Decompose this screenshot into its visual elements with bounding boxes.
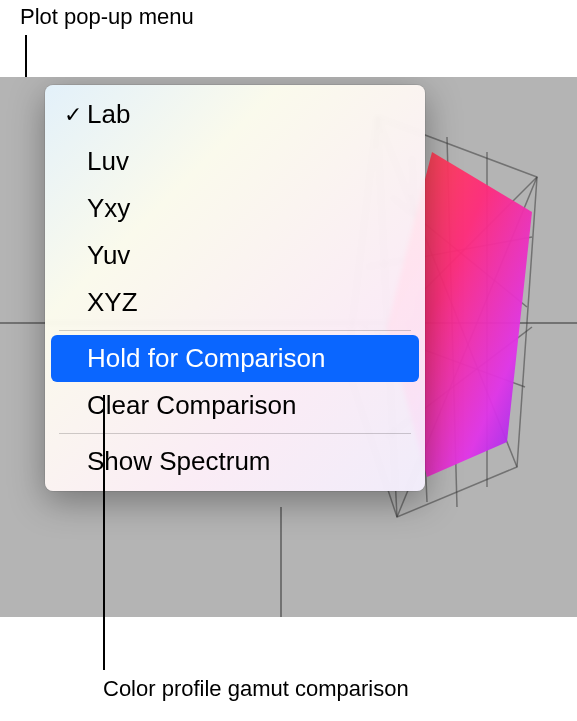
plot-popup-menu: ✓ Lab Luv Yxy Yuv XYZ Hold for Compariso… <box>45 85 425 491</box>
menu-item-yxy[interactable]: Yxy <box>45 185 425 232</box>
menu-separator <box>59 433 411 434</box>
menu-item-label: Clear Comparison <box>87 390 407 421</box>
menu-item-label: Show Spectrum <box>87 446 407 477</box>
menu-item-xyz[interactable]: XYZ <box>45 279 425 326</box>
annotation-callout-line <box>103 395 105 670</box>
checkmark-icon: ✓ <box>59 102 87 128</box>
annotation-gamut-comparison: Color profile gamut comparison <box>103 676 409 702</box>
menu-item-yuv[interactable]: Yuv <box>45 232 425 279</box>
menu-item-label: Yuv <box>87 240 407 271</box>
menu-item-clear-comparison[interactable]: Clear Comparison <box>45 382 425 429</box>
menu-item-label: Luv <box>87 146 407 177</box>
menu-item-label: Lab <box>87 99 407 130</box>
gamut-3d-viewport[interactable]: ✓ Lab Luv Yxy Yuv XYZ Hold for Compariso… <box>0 77 577 617</box>
annotation-plot-popup: Plot pop-up menu <box>20 4 194 30</box>
menu-item-label: Hold for Comparison <box>87 343 407 374</box>
menu-item-luv[interactable]: Luv <box>45 138 425 185</box>
menu-item-lab[interactable]: ✓ Lab <box>45 91 425 138</box>
menu-item-hold-comparison[interactable]: Hold for Comparison <box>51 335 419 382</box>
menu-item-label: Yxy <box>87 193 407 224</box>
menu-separator <box>59 330 411 331</box>
menu-item-show-spectrum[interactable]: Show Spectrum <box>45 438 425 485</box>
menu-item-label: XYZ <box>87 287 407 318</box>
axis-vertical <box>280 507 282 617</box>
